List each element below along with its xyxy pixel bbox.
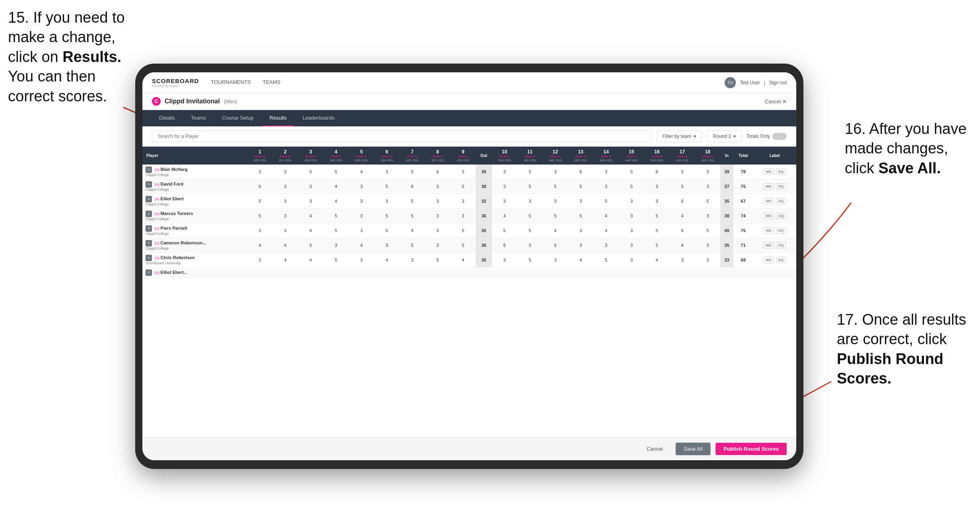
wd-button[interactable]: WD bbox=[763, 198, 774, 204]
score-cell[interactable]: 3 bbox=[695, 179, 720, 194]
score-cell[interactable]: 3 bbox=[695, 238, 720, 253]
score-cell[interactable]: 6 bbox=[425, 165, 450, 179]
wd-button[interactable]: WD bbox=[763, 257, 774, 263]
score-cell[interactable]: 5 bbox=[298, 238, 323, 253]
score-cell[interactable]: 3 bbox=[425, 238, 450, 253]
score-cell[interactable]: 3 bbox=[349, 209, 374, 223]
wd-button[interactable]: WD bbox=[763, 169, 774, 175]
score-cell[interactable]: 4 bbox=[374, 253, 400, 267]
search-input[interactable] bbox=[152, 130, 652, 142]
score-cell[interactable]: 3 bbox=[349, 223, 374, 238]
score-cell[interactable]: 3 bbox=[517, 238, 542, 253]
score-cell[interactable]: 5 bbox=[400, 165, 425, 179]
score-cell[interactable]: 5 bbox=[450, 238, 476, 253]
score-cell[interactable]: 3 bbox=[644, 194, 670, 209]
score-cell[interactable]: 3 bbox=[542, 165, 568, 179]
score-cell[interactable]: 5 bbox=[450, 223, 476, 238]
score-cell[interactable]: 3 bbox=[272, 165, 298, 179]
score-cell[interactable]: 6 bbox=[670, 223, 695, 238]
dq-button[interactable]: DQ bbox=[776, 183, 786, 190]
score-cell[interactable]: 4 bbox=[542, 223, 568, 238]
score-cell[interactable]: 3 bbox=[542, 253, 568, 267]
tab-leaderboards[interactable]: Leaderboards bbox=[296, 110, 342, 126]
score-cell[interactable]: 3 bbox=[349, 179, 374, 194]
tab-course-setup[interactable]: Course Setup bbox=[215, 110, 261, 126]
score-cell[interactable]: 3 bbox=[323, 238, 349, 253]
wd-button[interactable]: WD bbox=[763, 227, 774, 234]
cancel-button[interactable]: Cancel bbox=[639, 443, 671, 455]
score-cell[interactable]: 3 bbox=[425, 179, 450, 194]
score-cell[interactable]: 5 bbox=[695, 223, 720, 238]
round-dropdown[interactable]: Round 3 ▾ bbox=[707, 130, 741, 142]
score-cell[interactable]: 3 bbox=[670, 253, 695, 267]
score-cell[interactable]: 3 bbox=[568, 223, 593, 238]
score-cell[interactable]: 3 bbox=[374, 194, 400, 209]
dq-button[interactable]: DQ bbox=[776, 213, 786, 219]
score-cell[interactable]: 4 bbox=[298, 223, 323, 238]
score-cell[interactable]: 3 bbox=[425, 209, 450, 223]
score-cell[interactable]: 5 bbox=[670, 179, 695, 194]
score-cell[interactable]: 4 bbox=[323, 179, 349, 194]
score-cell[interactable]: 3 bbox=[619, 253, 644, 267]
wd-button[interactable]: WD bbox=[763, 213, 774, 219]
score-cell[interactable]: 5 bbox=[425, 253, 450, 267]
score-cell[interactable]: 3 bbox=[542, 194, 568, 209]
score-cell[interactable]: 4 bbox=[298, 253, 323, 267]
score-cell[interactable]: 5 bbox=[517, 223, 542, 238]
score-cell[interactable]: 3 bbox=[349, 253, 374, 267]
score-cell[interactable]: 4 bbox=[450, 253, 476, 267]
score-cell[interactable]: 3 bbox=[492, 165, 517, 179]
nav-teams[interactable]: TEAMS bbox=[263, 79, 281, 86]
score-cell[interactable]: 5 bbox=[542, 179, 568, 194]
score-cell[interactable]: 5 bbox=[374, 209, 400, 223]
score-cell[interactable]: 5 bbox=[619, 179, 644, 194]
score-cell[interactable]: 3 bbox=[695, 209, 720, 223]
score-cell[interactable]: 6 bbox=[568, 165, 593, 179]
dq-button[interactable]: DQ bbox=[776, 257, 786, 263]
score-cell[interactable]: 3 bbox=[374, 238, 400, 253]
score-cell[interactable]: 5 bbox=[517, 253, 542, 267]
score-cell[interactable]: 3 bbox=[593, 165, 619, 179]
score-cell[interactable]: 3 bbox=[695, 165, 720, 179]
score-cell[interactable]: 5 bbox=[517, 209, 542, 223]
score-cell[interactable]: 5 bbox=[400, 238, 425, 253]
score-cell[interactable]: 4 bbox=[298, 209, 323, 223]
score-cell[interactable]: 3 bbox=[619, 209, 644, 223]
score-cell[interactable]: 3 bbox=[298, 194, 323, 209]
score-cell[interactable]: 4 bbox=[644, 253, 670, 267]
score-cell[interactable]: 3 bbox=[517, 194, 542, 209]
wd-button[interactable]: WD bbox=[763, 242, 774, 248]
score-cell[interactable]: 5 bbox=[298, 165, 323, 179]
score-cell[interactable]: 5 bbox=[247, 194, 272, 209]
score-cell[interactable]: 3 bbox=[272, 194, 298, 209]
score-cell[interactable]: 6 bbox=[670, 194, 695, 209]
score-cell[interactable]: 5 bbox=[644, 209, 670, 223]
score-cell[interactable]: 3 bbox=[247, 165, 272, 179]
score-cell[interactable]: 3 bbox=[695, 253, 720, 267]
score-cell[interactable]: 3 bbox=[568, 194, 593, 209]
score-cell[interactable]: 5 bbox=[492, 223, 517, 238]
score-cell[interactable]: 4 bbox=[400, 223, 425, 238]
score-cell[interactable]: 4 bbox=[272, 253, 298, 267]
score-cell[interactable]: 6 bbox=[644, 165, 670, 179]
score-cell[interactable]: 3 bbox=[593, 179, 619, 194]
tab-teams[interactable]: Teams bbox=[184, 110, 213, 126]
dq-button[interactable]: DQ bbox=[776, 227, 786, 234]
score-cell[interactable]: 5 bbox=[247, 209, 272, 223]
score-cell[interactable]: 5 bbox=[695, 194, 720, 209]
score-cell[interactable]: 3 bbox=[349, 194, 374, 209]
score-cell[interactable]: 4 bbox=[272, 238, 298, 253]
score-cell[interactable]: 3 bbox=[272, 223, 298, 238]
save-all-button[interactable]: Save All bbox=[675, 442, 711, 455]
score-cell[interactable]: 4 bbox=[593, 223, 619, 238]
score-cell[interactable]: 4 bbox=[492, 209, 517, 223]
score-cell[interactable]: 4 bbox=[323, 194, 349, 209]
score-cell[interactable]: 4 bbox=[247, 238, 272, 253]
score-cell[interactable]: 5 bbox=[593, 194, 619, 209]
score-cell[interactable]: 4 bbox=[670, 238, 695, 253]
score-cell[interactable]: 3 bbox=[619, 194, 644, 209]
score-cell[interactable]: 3 bbox=[247, 223, 272, 238]
score-cell[interactable]: 3 bbox=[619, 223, 644, 238]
score-cell[interactable]: 3 bbox=[272, 179, 298, 194]
dq-button[interactable]: DQ bbox=[776, 169, 786, 175]
